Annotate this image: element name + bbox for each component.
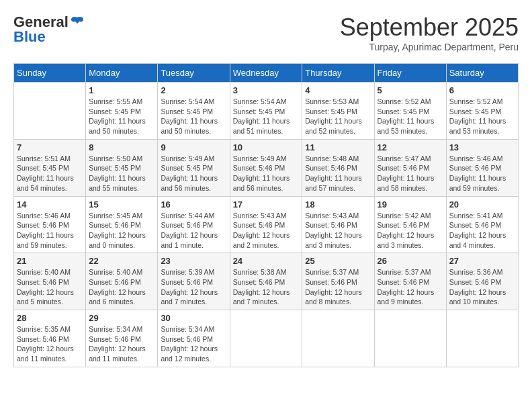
calendar-cell: 29Sunrise: 5:34 AM Sunset: 5:46 PM Dayli… <box>86 310 158 367</box>
calendar-week-row: 14Sunrise: 5:46 AM Sunset: 5:46 PM Dayli… <box>14 196 519 253</box>
day-info: Sunrise: 5:46 AM Sunset: 5:46 PM Dayligh… <box>449 154 515 193</box>
day-info: Sunrise: 5:38 AM Sunset: 5:46 PM Dayligh… <box>233 267 300 307</box>
calendar-header-row: SundayMondayTuesdayWednesdayThursdayFrid… <box>14 64 519 83</box>
day-info: Sunrise: 5:44 AM Sunset: 5:46 PM Dayligh… <box>161 211 226 250</box>
day-info: Sunrise: 5:35 AM Sunset: 5:46 PM Dayligh… <box>17 324 83 364</box>
calendar-cell: 16Sunrise: 5:44 AM Sunset: 5:46 PM Dayli… <box>158 196 230 253</box>
logo-blue-text: Blue <box>13 28 46 46</box>
day-info: Sunrise: 5:52 AM Sunset: 5:45 PM Dayligh… <box>449 97 515 136</box>
day-number: 15 <box>89 199 154 210</box>
weekday-header: Sunday <box>14 64 86 83</box>
day-number: 2 <box>161 85 226 95</box>
day-info: Sunrise: 5:36 AM Sunset: 5:46 PM Dayligh… <box>449 267 515 307</box>
calendar-cell: 1Sunrise: 5:55 AM Sunset: 5:45 PM Daylig… <box>86 83 158 140</box>
day-number: 29 <box>89 313 154 323</box>
calendar-week-row: 28Sunrise: 5:35 AM Sunset: 5:46 PM Dayli… <box>14 310 519 367</box>
day-info: Sunrise: 5:40 AM Sunset: 5:46 PM Dayligh… <box>17 267 83 307</box>
weekday-header: Saturday <box>446 64 518 83</box>
day-number: 24 <box>233 256 300 266</box>
day-number: 10 <box>233 142 300 152</box>
calendar-cell: 4Sunrise: 5:53 AM Sunset: 5:45 PM Daylig… <box>302 83 374 140</box>
day-number: 22 <box>89 256 154 266</box>
calendar-cell: 14Sunrise: 5:46 AM Sunset: 5:46 PM Dayli… <box>14 196 86 253</box>
day-info: Sunrise: 5:34 AM Sunset: 5:46 PM Dayligh… <box>161 324 226 364</box>
calendar-cell: 19Sunrise: 5:42 AM Sunset: 5:46 PM Dayli… <box>374 196 446 253</box>
day-number: 23 <box>161 256 226 266</box>
day-info: Sunrise: 5:49 AM Sunset: 5:46 PM Dayligh… <box>233 154 300 193</box>
calendar-cell: 5Sunrise: 5:52 AM Sunset: 5:45 PM Daylig… <box>374 83 446 140</box>
day-info: Sunrise: 5:50 AM Sunset: 5:45 PM Dayligh… <box>89 154 154 193</box>
calendar-week-row: 1Sunrise: 5:55 AM Sunset: 5:45 PM Daylig… <box>14 83 519 140</box>
calendar-cell: 24Sunrise: 5:38 AM Sunset: 5:46 PM Dayli… <box>230 253 302 310</box>
calendar-cell <box>374 310 446 367</box>
day-info: Sunrise: 5:39 AM Sunset: 5:46 PM Dayligh… <box>161 267 226 307</box>
day-number: 5 <box>378 85 443 95</box>
calendar-cell: 9Sunrise: 5:49 AM Sunset: 5:45 PM Daylig… <box>158 139 230 196</box>
calendar-cell: 18Sunrise: 5:43 AM Sunset: 5:46 PM Dayli… <box>302 196 374 253</box>
day-info: Sunrise: 5:41 AM Sunset: 5:46 PM Dayligh… <box>449 211 515 250</box>
day-info: Sunrise: 5:45 AM Sunset: 5:46 PM Dayligh… <box>89 211 154 250</box>
logo: General Blue <box>13 13 85 46</box>
day-number: 17 <box>233 199 300 210</box>
weekday-header: Wednesday <box>230 64 302 83</box>
day-number: 27 <box>449 256 515 266</box>
day-info: Sunrise: 5:34 AM Sunset: 5:46 PM Dayligh… <box>89 324 154 364</box>
weekday-header: Thursday <box>302 64 374 83</box>
day-info: Sunrise: 5:42 AM Sunset: 5:46 PM Dayligh… <box>378 211 443 250</box>
calendar-cell <box>230 310 302 367</box>
calendar-cell: 12Sunrise: 5:47 AM Sunset: 5:46 PM Dayli… <box>374 139 446 196</box>
day-number: 11 <box>305 142 371 152</box>
location-subtitle: Turpay, Apurimac Department, Peru <box>340 42 519 52</box>
day-number: 25 <box>305 256 371 266</box>
day-info: Sunrise: 5:37 AM Sunset: 5:46 PM Dayligh… <box>378 267 443 307</box>
calendar-cell <box>14 83 86 140</box>
calendar-cell: 17Sunrise: 5:43 AM Sunset: 5:46 PM Dayli… <box>230 196 302 253</box>
day-info: Sunrise: 5:51 AM Sunset: 5:45 PM Dayligh… <box>17 154 83 193</box>
calendar-week-row: 21Sunrise: 5:40 AM Sunset: 5:46 PM Dayli… <box>14 253 519 310</box>
day-number: 7 <box>17 142 83 152</box>
day-number: 20 <box>449 199 515 210</box>
calendar-cell <box>446 310 518 367</box>
day-number: 18 <box>305 199 371 210</box>
day-info: Sunrise: 5:54 AM Sunset: 5:45 PM Dayligh… <box>161 97 226 136</box>
day-number: 26 <box>378 256 443 266</box>
day-number: 28 <box>17 313 83 323</box>
day-number: 1 <box>89 85 154 95</box>
calendar-cell: 21Sunrise: 5:40 AM Sunset: 5:46 PM Dayli… <box>14 253 86 310</box>
calendar-cell: 30Sunrise: 5:34 AM Sunset: 5:46 PM Dayli… <box>158 310 230 367</box>
calendar-week-row: 7Sunrise: 5:51 AM Sunset: 5:45 PM Daylig… <box>14 139 519 196</box>
calendar-cell: 20Sunrise: 5:41 AM Sunset: 5:46 PM Dayli… <box>446 196 518 253</box>
day-number: 30 <box>161 313 226 323</box>
day-info: Sunrise: 5:37 AM Sunset: 5:46 PM Dayligh… <box>305 267 371 307</box>
calendar-cell: 7Sunrise: 5:51 AM Sunset: 5:45 PM Daylig… <box>14 139 86 196</box>
day-info: Sunrise: 5:48 AM Sunset: 5:46 PM Dayligh… <box>305 154 371 193</box>
day-info: Sunrise: 5:53 AM Sunset: 5:45 PM Dayligh… <box>305 97 371 136</box>
day-number: 14 <box>17 199 83 210</box>
day-info: Sunrise: 5:46 AM Sunset: 5:46 PM Dayligh… <box>17 211 83 250</box>
day-number: 3 <box>233 85 300 95</box>
day-info: Sunrise: 5:49 AM Sunset: 5:45 PM Dayligh… <box>161 154 226 193</box>
title-block: September 2025 Turpay, Apurimac Departme… <box>340 13 519 52</box>
calendar-cell: 28Sunrise: 5:35 AM Sunset: 5:46 PM Dayli… <box>14 310 86 367</box>
calendar-cell: 10Sunrise: 5:49 AM Sunset: 5:46 PM Dayli… <box>230 139 302 196</box>
calendar-cell: 6Sunrise: 5:52 AM Sunset: 5:45 PM Daylig… <box>446 83 518 140</box>
day-number: 9 <box>161 142 226 152</box>
weekday-header: Tuesday <box>158 64 230 83</box>
calendar-cell: 27Sunrise: 5:36 AM Sunset: 5:46 PM Dayli… <box>446 253 518 310</box>
day-number: 6 <box>449 85 515 95</box>
calendar-cell: 26Sunrise: 5:37 AM Sunset: 5:46 PM Dayli… <box>374 253 446 310</box>
day-number: 12 <box>378 142 443 152</box>
calendar-cell <box>302 310 374 367</box>
day-info: Sunrise: 5:40 AM Sunset: 5:46 PM Dayligh… <box>89 267 154 307</box>
day-number: 4 <box>305 85 371 95</box>
day-info: Sunrise: 5:43 AM Sunset: 5:46 PM Dayligh… <box>305 211 371 250</box>
calendar-cell: 13Sunrise: 5:46 AM Sunset: 5:46 PM Dayli… <box>446 139 518 196</box>
calendar-cell: 2Sunrise: 5:54 AM Sunset: 5:45 PM Daylig… <box>158 83 230 140</box>
calendar-cell: 15Sunrise: 5:45 AM Sunset: 5:46 PM Dayli… <box>86 196 158 253</box>
calendar-cell: 3Sunrise: 5:54 AM Sunset: 5:45 PM Daylig… <box>230 83 302 140</box>
weekday-header: Friday <box>374 64 446 83</box>
calendar-cell: 8Sunrise: 5:50 AM Sunset: 5:45 PM Daylig… <box>86 139 158 196</box>
day-info: Sunrise: 5:52 AM Sunset: 5:45 PM Dayligh… <box>378 97 443 136</box>
calendar-cell: 25Sunrise: 5:37 AM Sunset: 5:46 PM Dayli… <box>302 253 374 310</box>
day-info: Sunrise: 5:55 AM Sunset: 5:45 PM Dayligh… <box>89 97 154 136</box>
